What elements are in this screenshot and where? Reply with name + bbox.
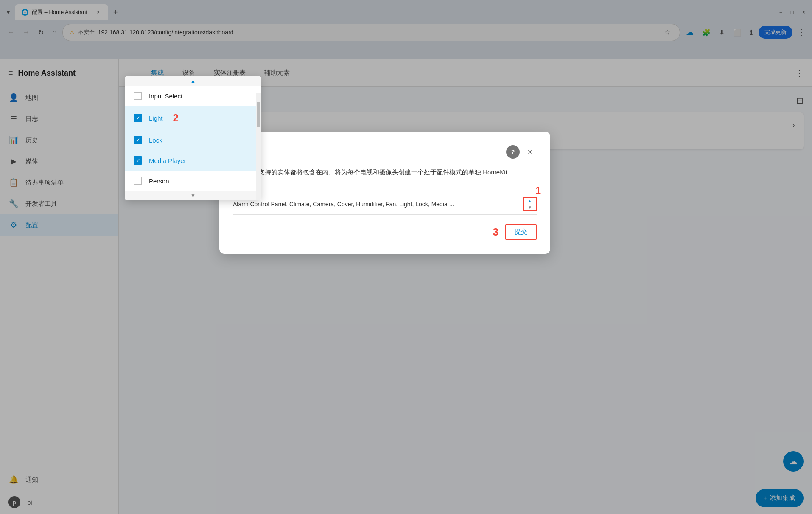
- scroll-up-btn[interactable]: ▲: [125, 76, 261, 86]
- domain-spinner[interactable]: ▲ ▼: [523, 197, 537, 211]
- main-dialog: ? × 中所有受支持的实体都将包含在内。将为每个电视和摄像头创建一个处于配件模式…: [219, 132, 550, 254]
- item-label-light: Light: [149, 115, 163, 122]
- scroll-up-icon: ▲: [190, 78, 196, 84]
- item-label-lock: Lock: [149, 137, 162, 144]
- domain-value: Alarm Control Panel, Climate, Camera, Co…: [233, 201, 523, 208]
- dropdown-item-input-select[interactable]: Input Select: [125, 86, 261, 106]
- spinner-down-icon: ▼: [528, 205, 532, 210]
- dialog-body-text: 中所有受支持的实体都将包含在内。将为每个电视和摄像头创建一个处于配件模式的单独 …: [233, 169, 507, 176]
- spinner-down-btn[interactable]: ▼: [524, 204, 536, 210]
- help-btn[interactable]: ?: [506, 145, 520, 159]
- scroll-down-btn[interactable]: ▼: [125, 191, 261, 200]
- annotation-1: 1: [535, 185, 541, 197]
- scrollbar[interactable]: [256, 93, 261, 200]
- dropdown-item-media-player[interactable]: Media Player: [125, 150, 261, 171]
- dropdown-item-person[interactable]: Person: [125, 171, 261, 191]
- checkbox-light[interactable]: [134, 114, 142, 122]
- annotation-3: 3: [493, 226, 498, 238]
- item-label-person: Person: [149, 177, 169, 185]
- checkbox-media-player[interactable]: [134, 156, 142, 165]
- checkbox-person[interactable]: [134, 177, 142, 185]
- checkbox-lock[interactable]: [134, 136, 142, 144]
- dropdown-item-light[interactable]: Light 2: [125, 106, 261, 130]
- dropdown-list: ▲ Input Select Light 2 Lock Media Player…: [125, 76, 261, 200]
- submit-btn[interactable]: 提交: [505, 224, 537, 240]
- scroll-thumb[interactable]: [257, 102, 260, 127]
- spinner-up-icon: ▲: [528, 199, 532, 203]
- item-label-input-select: Input Select: [149, 93, 182, 100]
- item-label-media-player: Media Player: [149, 157, 186, 164]
- dialog-footer: 3 提交: [233, 224, 537, 240]
- dialog-actions: ? ×: [506, 145, 537, 159]
- dialog-body: 中所有受支持的实体都将包含在内。将为每个电视和摄像头创建一个处于配件模式的单独 …: [233, 167, 537, 177]
- checkbox-input-select[interactable]: [134, 92, 142, 100]
- domain-field: Alarm Control Panel, Climate, Camera, Co…: [233, 197, 537, 215]
- dialog-header: ? ×: [233, 145, 537, 159]
- domain-field-label: 要包含的域: [233, 188, 537, 195]
- spinner-up-btn[interactable]: ▲: [524, 198, 536, 204]
- annotation-2: 2: [173, 112, 179, 124]
- dropdown-item-lock[interactable]: Lock: [125, 130, 261, 150]
- dialog-close-btn[interactable]: ×: [523, 145, 537, 159]
- dialog-overlay: ▲ Input Select Light 2 Lock Media Player…: [0, 0, 812, 514]
- scroll-down-icon: ▼: [190, 193, 196, 199]
